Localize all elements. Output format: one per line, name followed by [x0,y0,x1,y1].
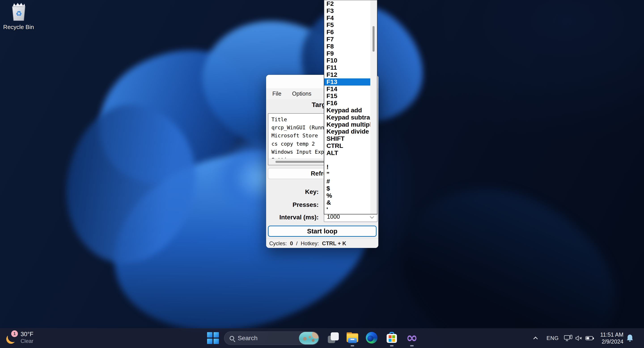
weather-condition: Clear [20,338,33,345]
battery-button[interactable] [586,328,593,348]
key-dropdown-item[interactable]: F10 [324,57,370,64]
search-icon [230,336,234,341]
key-dropdown-item[interactable]: F16 [324,100,370,107]
key-dropdown-item[interactable]: " [324,171,370,178]
key-dropdown-item[interactable]: ALT [324,150,370,157]
clock[interactable]: 11:51 AM 2/9/2024 [592,331,624,345]
windows-logo-square [207,339,212,344]
weather-moon-icon: 1 [6,331,18,344]
taskbar: 1 30°F Clear [0,328,644,348]
key-dropdown-item[interactable]: Keypad multiply [324,121,370,128]
key-dropdown-item[interactable]: ' [324,206,370,213]
key-dropdown-item[interactable] [324,157,370,164]
clock-time: 11:51 AM [592,331,624,338]
key-dropdown-item[interactable]: F3 [324,7,370,14]
key-dropdown-item[interactable]: F14 [324,86,370,93]
weather-temperature: 30°F [20,331,33,338]
microsoft-store-icon [386,332,397,344]
key-dropdown-item[interactable]: Keypad add [324,107,370,114]
windows-logo-square [214,339,219,344]
cycles-label: Cycles: [269,240,287,247]
running-indicator [350,345,354,347]
recycle-bin-glyph: ♻ [10,2,27,22]
windows-logo-square [214,332,219,338]
hotkey-label: Hotkey: [301,240,319,247]
edge-swirl [368,336,374,342]
search-input[interactable] [238,335,299,342]
svg-text:♻: ♻ [16,9,22,18]
key-dropdown-item[interactable]: ! [324,164,370,171]
visual-studio-button[interactable]: ∞ [406,332,418,344]
display-device-button[interactable] [564,328,572,348]
chevron-down-icon [370,214,374,218]
key-label: Key: [266,188,319,196]
visual-studio-icon: ∞ [406,332,418,344]
folder-slot [350,339,354,340]
task-view-button[interactable] [327,332,340,344]
key-dropdown-item[interactable]: % [324,192,370,199]
recycle-bin-label: Recycle Bin [2,24,35,31]
notifications-button[interactable] [626,334,634,343]
key-dropdown-item[interactable]: F15 [324,92,370,100]
status-separator: / [296,240,298,247]
menu-file[interactable]: File [271,90,283,97]
weather-widget[interactable]: 1 30°F Clear [6,331,33,345]
task-view-icon [327,332,339,344]
status-bar: Cycles: 0 / Hotkey: CTRL + K [266,239,378,248]
start-button[interactable] [207,332,219,344]
windows-logo-square [207,332,212,338]
volume-button[interactable] [575,328,583,348]
key-dropdown-item[interactable]: F8 [324,43,370,50]
key-dropdown-item[interactable]: Keypad divide [324,128,370,135]
clock-date: 2/9/2024 [592,338,624,345]
language-indicator[interactable]: ENG [546,328,559,348]
key-dropdown-item[interactable]: Keypad subtract [324,114,370,121]
store-square-red [389,335,392,338]
task-view-front-square [331,332,339,341]
edge-icon [366,332,378,344]
horizontal-scrollbar-thumb[interactable] [276,161,326,163]
interval-label: Interval (ms): [266,214,319,221]
store-square-yellow [392,339,395,342]
battery-icon [586,336,593,340]
key-dropdown-item[interactable]: SHIFT [324,135,370,142]
key-dropdown-list: F2F3F4F5F6F7F8F9F10F11F12F13F14F15F16Key… [324,0,378,214]
wallpaper-dark-petal [375,159,640,348]
key-dropdown-item[interactable]: CTRL [324,142,370,150]
key-dropdown-item[interactable]: F13 [324,78,370,86]
vertical-scrollbar[interactable] [370,0,377,214]
key-dropdown-item[interactable]: $ [324,185,370,192]
folder-front [348,338,357,343]
notification-badge: 1 [11,330,18,337]
key-dropdown-item[interactable]: F7 [324,36,370,43]
key-dropdown-item[interactable]: & [324,199,370,206]
running-indicator [410,345,414,347]
menu-options[interactable]: Options [291,90,312,97]
file-explorer-icon [346,332,358,343]
key-dropdown-item[interactable]: F12 [324,71,370,78]
key-dropdown-item[interactable]: F6 [324,29,370,36]
key-dropdown-item[interactable]: F5 [324,21,370,29]
bell-icon [626,334,634,343]
vertical-scrollbar-thumb[interactable] [372,26,374,52]
recycle-bin-icon[interactable]: ♻ Recycle Bin [2,2,35,31]
key-dropdown-item[interactable]: F9 [324,50,370,57]
key-dropdown-item[interactable]: F4 [324,14,370,22]
store-body [386,334,397,343]
edge-button[interactable] [366,332,378,344]
start-loop-button[interactable]: Start loop [268,226,376,237]
key-dropdown-item[interactable]: F2 [324,0,370,7]
hidden-icons-chevron[interactable] [533,337,538,341]
store-square-green [392,335,395,338]
key-dropdown-item[interactable]: F11 [324,64,370,71]
file-explorer-button[interactable] [346,332,359,344]
speaker-mute-icon [575,335,583,342]
key-dropdown-item[interactable]: # [324,178,370,185]
microsoft-store-button[interactable] [386,332,398,344]
search-highlight-image[interactable] [299,332,319,345]
presses-label: Presses: [266,201,319,209]
running-indicator [390,345,394,347]
taskbar-search[interactable] [224,332,319,345]
monitor-pen-icon [564,335,572,342]
battery-fill [586,337,589,339]
